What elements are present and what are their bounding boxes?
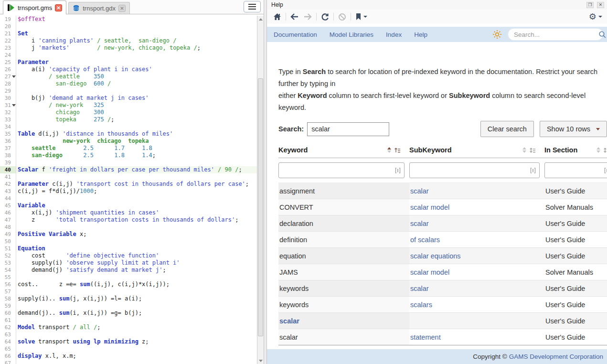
code-line[interactable]: 36 new-york chicago topeka xyxy=(0,138,257,145)
code-line[interactable]: 57 xyxy=(0,288,257,295)
show-rows-dropdown[interactable]: Show 10 rows xyxy=(540,121,607,137)
subkeyword-cell[interactable]: of scalars xyxy=(409,232,544,248)
code-line[interactable]: 29 xyxy=(0,87,257,95)
doc-search-box[interactable] xyxy=(508,28,603,41)
sort-arrows-icon[interactable] xyxy=(522,147,526,153)
forward-icon[interactable] xyxy=(303,13,312,20)
code-line[interactable]: 26 a(i) 'capacity of plant i in cases' xyxy=(0,66,257,73)
code-lines[interactable]: 19$offText2021Set22 i 'canning plants' /… xyxy=(0,16,257,364)
back-icon[interactable] xyxy=(290,13,299,20)
sort-arrows-icon[interactable] xyxy=(387,147,391,153)
nav-documentation[interactable]: Documentation xyxy=(274,31,317,38)
refresh-icon[interactable] xyxy=(321,13,329,21)
code-line[interactable]: 49Positive Variable x; xyxy=(0,231,257,238)
gams-corporation-link[interactable]: GAMS Development Corporation xyxy=(509,353,603,360)
nav-index[interactable]: Index xyxy=(386,31,402,38)
code-line[interactable]: 34 xyxy=(0,123,257,130)
nav-model-libraries[interactable]: Model Libraries xyxy=(330,31,373,38)
column-header-keyword[interactable]: Keyword xyxy=(278,145,409,158)
code-line[interactable]: 38 san-diego 2.5 1.8 1.4; xyxy=(0,152,257,159)
code-line[interactable]: 58supply(i).. sum(j, x(i,j)) =l= a(i); xyxy=(0,295,257,302)
code-line[interactable]: 28 san-diego 600 / xyxy=(0,80,257,87)
code-line[interactable]: 52 cost 'define objective function' xyxy=(0,252,257,259)
magnifier-icon[interactable] xyxy=(598,31,607,39)
tab-trnsport-gdx[interactable]: trnsport.gdx ✕ xyxy=(68,2,130,14)
column-header-insection[interactable]: In Section xyxy=(544,145,607,158)
tab-trnsport-gms[interactable]: trnsport.gms ✕ xyxy=(3,0,66,14)
sort-order-icon[interactable] xyxy=(394,147,401,153)
code-line[interactable]: 55 xyxy=(0,274,257,281)
scrollbar-thumb[interactable] xyxy=(258,78,263,336)
pane-splitter[interactable] xyxy=(264,0,267,364)
scroll-down-icon[interactable] xyxy=(257,357,264,364)
doc-search-input[interactable] xyxy=(514,31,598,38)
code-line[interactable]: 42Parameter c(i,j) 'transport cost in th… xyxy=(0,181,257,188)
code-line[interactable]: 48 xyxy=(0,224,257,231)
code-line[interactable]: 22 i 'canning plants' / seattle, san-die… xyxy=(0,37,257,44)
subkeyword-cell[interactable]: scalar model xyxy=(409,199,544,215)
code-line[interactable]: 66display x.l, x.m; xyxy=(0,353,257,360)
subkeyword-cell[interactable]: scalar equations xyxy=(409,248,544,264)
code-line[interactable]: 31 / new-york 325 xyxy=(0,102,257,109)
subkeyword-cell[interactable]: scalar xyxy=(409,183,544,199)
code-line[interactable]: 20 xyxy=(0,23,257,30)
code-line[interactable]: 33 topeka 275 /; xyxy=(0,116,257,123)
float-icon[interactable]: ❐ xyxy=(586,2,594,8)
keyword-filter-input[interactable] xyxy=(278,162,405,178)
code-line[interactable]: 63 xyxy=(0,331,257,338)
code-line[interactable]: 47 z 'total transportation costs in thou… xyxy=(0,216,257,224)
code-line[interactable]: 62Model transport / all /; xyxy=(0,324,257,331)
code-line[interactable]: 54 demand(j) 'satisfy demand at market j… xyxy=(0,267,257,274)
code-line[interactable]: 19$offText xyxy=(0,16,257,23)
code-line[interactable]: 41 xyxy=(0,173,257,181)
code-line[interactable]: 21Set xyxy=(0,30,257,37)
code-line[interactable]: 43c(i,j) = f*d(i,j)/1000; xyxy=(0,188,257,195)
subkeyword-cell[interactable]: scalar model xyxy=(409,264,544,280)
subkeyword-cell[interactable]: statement xyxy=(409,329,544,345)
insection-filter-input[interactable] xyxy=(544,162,607,178)
code-line[interactable]: 23 j 'markets' / new-york, chicago, tope… xyxy=(0,44,257,52)
code-line[interactable]: 64solve transport using lp minimizing z; xyxy=(0,338,257,345)
subkeyword-cell[interactable]: scalars xyxy=(409,297,544,313)
code-line[interactable]: 45Variable xyxy=(0,202,257,209)
code-line[interactable]: 30 b(j) 'demand at market j in cases' xyxy=(0,95,257,102)
close-tab-icon[interactable]: ✕ xyxy=(55,4,62,11)
subkeyword-cell[interactable]: scalar xyxy=(409,280,544,297)
code-line[interactable]: 27 / seattle 350 xyxy=(0,73,257,80)
hamburger-menu-icon[interactable] xyxy=(244,1,261,12)
column-header-subkeyword[interactable]: SubKeyword xyxy=(409,145,544,158)
block-icon[interactable] xyxy=(338,13,346,21)
code-line[interactable]: 59 xyxy=(0,302,257,310)
sort-order-icon[interactable] xyxy=(603,147,607,153)
code-line[interactable]: 35Table d(i,j) 'distance in thousands of… xyxy=(0,130,257,138)
code-line[interactable]: 40Scalar f 'freight in dollars per case … xyxy=(0,166,257,173)
code-line[interactable]: 53 supply(i) 'observe supply limit at pl… xyxy=(0,259,257,267)
home-icon[interactable] xyxy=(273,13,281,21)
fold-marker-icon[interactable] xyxy=(12,75,16,78)
code-line[interactable]: 51Equation xyxy=(0,245,257,252)
sort-order-icon[interactable] xyxy=(529,147,536,153)
nav-help[interactable]: Help xyxy=(414,31,427,38)
subkeyword-filter-input[interactable] xyxy=(409,162,540,178)
clear-search-button[interactable]: Clear search xyxy=(480,121,534,137)
subkeyword-cell[interactable]: scalar xyxy=(409,215,544,232)
code-line[interactable]: 44 xyxy=(0,195,257,202)
keyword-cell[interactable]: scalar xyxy=(278,313,409,329)
gear-icon[interactable]: ⚙ xyxy=(589,12,602,21)
sort-arrows-icon[interactable] xyxy=(596,147,600,153)
close-icon[interactable]: ✕ xyxy=(597,2,604,8)
code-line[interactable]: 39 xyxy=(0,159,257,166)
bookmark-icon[interactable] xyxy=(355,13,367,21)
code-line[interactable]: 37 seattle 2.5 1.7 1.8 xyxy=(0,145,257,152)
keyword-search-input[interactable] xyxy=(307,122,389,136)
code-line[interactable]: 60demand(j).. sum(i, x(i,j)) =g= b(j); xyxy=(0,310,257,317)
code-line[interactable]: 56cost.. z =e= sum((i,j), c(i,j)*x(i,j))… xyxy=(0,281,257,288)
close-tab-icon[interactable]: ✕ xyxy=(118,5,126,12)
editor-scrollbar[interactable] xyxy=(257,16,264,364)
code-line[interactable]: 25Parameter xyxy=(0,59,257,66)
sun-icon[interactable] xyxy=(492,30,502,39)
code-line[interactable]: 46 x(i,j) 'shipment quantities in cases' xyxy=(0,209,257,216)
code-editor[interactable]: 19$offText2021Set22 i 'canning plants' /… xyxy=(0,14,264,364)
code-line[interactable]: 67 xyxy=(0,360,257,364)
code-line[interactable]: 61 xyxy=(0,317,257,324)
